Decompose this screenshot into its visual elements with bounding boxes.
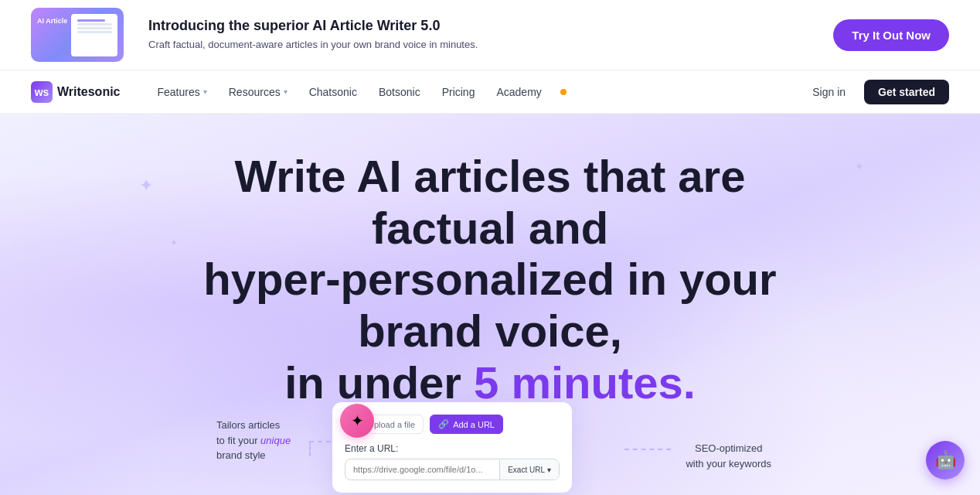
feature-brand-style: Tailors articles to fit your unique bran…	[216, 418, 291, 463]
url-label: Enter a URL:	[345, 443, 560, 454]
hero-diagram: Tailors articles to fit your unique bran…	[0, 418, 980, 495]
nav-links: Features ▾ Resources ▾ Chatsonic Botsoni…	[148, 81, 804, 103]
banner-image-text: AI Article	[37, 17, 67, 26]
nav-chatsonic[interactable]: Chatsonic	[300, 81, 366, 103]
url-input[interactable]	[345, 459, 499, 480]
nav-features[interactable]: Features ▾	[148, 81, 216, 103]
hero-title: Write AI articles that are factual and h…	[150, 114, 830, 418]
get-started-button[interactable]: Get started	[864, 80, 949, 104]
logo-text: Writesonic	[57, 85, 121, 99]
chat-icon: 🤖	[935, 450, 956, 470]
url-input-section: Enter a URL: Exact URL ▾	[345, 443, 560, 480]
nav-right: Sign in Get started	[803, 80, 949, 104]
exact-url-button[interactable]: Exact URL ▾	[499, 460, 559, 480]
chevron-down-icon: ▾	[203, 87, 207, 96]
chevron-down-icon: ▾	[284, 87, 288, 96]
sparkle-icon: ✦	[351, 411, 364, 430]
feature-seo: SEO-optimized with your keywords	[686, 441, 771, 471]
tab-add-url[interactable]: 🔗 Add a URL	[430, 415, 503, 434]
nav-pricing[interactable]: Pricing	[433, 81, 485, 103]
sign-in-button[interactable]: Sign in	[803, 81, 855, 103]
logo-icon: ws	[31, 81, 53, 103]
logo[interactable]: ws Writesonic	[31, 81, 121, 103]
banner-image-preview	[73, 15, 116, 54]
hero-section: ✦ ✦ ✦ Write AI articles that are factual…	[0, 114, 980, 495]
banner-title: Introducing the superior AI Article Writ…	[148, 18, 808, 34]
connector-line	[309, 441, 311, 456]
card-tabs: 📄 Upload a file 🔗 Add a URL	[345, 415, 560, 434]
connector-line	[624, 449, 671, 450]
nav-botsonic[interactable]: Botsonic	[369, 81, 430, 103]
banner-image: AI Article	[31, 8, 124, 62]
announcement-banner: AI Article Introducing the superior AI A…	[0, 0, 980, 70]
chevron-down-icon: ▾	[547, 466, 551, 474]
nav-resources[interactable]: Resources ▾	[219, 81, 297, 103]
nav-academy[interactable]: Academy	[487, 81, 550, 103]
star-decoration: ✦	[855, 160, 864, 172]
banner-text-block: Introducing the superior AI Article Writ…	[148, 18, 808, 53]
try-now-button[interactable]: Try It Out Now	[833, 19, 949, 51]
main-nav: ws Writesonic Features ▾ Resources ▾ Cha…	[0, 70, 980, 114]
banner-subtitle: Craft factual, document-aware articles i…	[148, 37, 808, 53]
link-icon: 🔗	[438, 419, 449, 429]
notification-dot	[560, 89, 567, 95]
url-input-row: Exact URL ▾	[345, 459, 560, 480]
chat-support-button[interactable]: 🤖	[926, 441, 965, 480]
